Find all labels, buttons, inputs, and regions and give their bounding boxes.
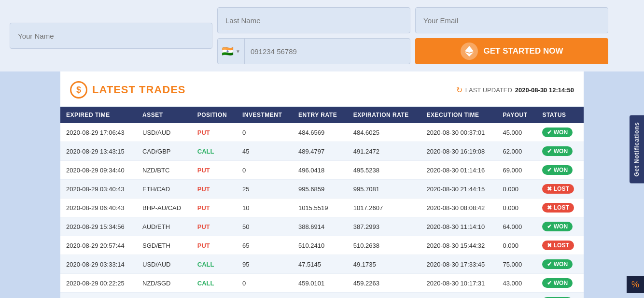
cell-position: PUT [192,161,237,180]
cta-label: GET STARTED NOW [484,46,563,56]
cell-investment: 95 [237,255,293,274]
cell-expiration-rate: 49.1735 [348,255,421,274]
lastname-input[interactable] [217,7,410,33]
cell-expired-time: 2020-08-29 03:33:14 [60,255,137,274]
table-row: 2020-08-29 13:43:15 CAD/GBP CALL 45 489.… [60,142,584,161]
cell-entry-rate: 459.0101 [293,274,348,293]
table-row: 2020-08-29 20:57:44 SGD/ETH PUT 65 510.2… [60,236,584,255]
cell-investment: 50 [237,217,293,236]
table-row: 2020-08-29 17:06:43 USD/AUD PUT 0 484.65… [60,123,584,142]
name-input[interactable] [10,23,212,49]
form-area: 🇮🇳 ▼ GET STARTED NOW [0,0,644,71]
cell-asset: USD/AUD [137,255,192,274]
cell-expired-time: 2020-08-29 03:40:43 [60,180,137,199]
cell-execution-time: 2020-08-30 01:14:16 [421,161,497,180]
cell-asset: NZD/SGD [137,274,192,293]
cell-expiration-rate: 484.6025 [348,123,421,142]
table-row: 2020-08-29 22:35:31 JPY/USD CALL 35 654.… [60,293,584,298]
trades-title: $ LATEST TRADES [70,81,185,99]
phone-input[interactable] [245,39,410,64]
cell-payout: 75.000 [497,255,537,274]
cell-status: ✔ WON [536,293,584,298]
flag-emoji: 🇮🇳 [222,45,234,57]
ethereum-icon [461,43,478,60]
dropdown-arrow: ▼ [236,49,240,54]
cell-execution-time: 2020-08-30 00:37:01 [421,123,497,142]
trades-header: $ LATEST TRADES ↻ LAST UPDATED 2020-08-3… [60,81,584,107]
cell-investment: 25 [237,180,293,199]
cell-status: ✖ LOST [536,180,584,199]
cell-status: ✖ LOST [536,199,584,217]
cell-execution-time: 2020-08-30 14:53:23 [421,293,497,298]
phone-flag[interactable]: 🇮🇳 ▼ [218,39,245,64]
cell-expiration-rate: 995.7081 [348,180,421,199]
bottom-percent-icon[interactable]: % [627,276,644,293]
table-row: 2020-08-29 00:22:25 NZD/SGD CALL 0 459.0… [60,274,584,293]
status-badge: ✔ WON [542,259,573,269]
cell-status: ✔ WON [536,274,584,293]
cell-entry-rate: 995.6859 [293,180,348,199]
cell-entry-rate: 496.0418 [293,161,348,180]
table-header-row: EXPIRED TIME ASSET POSITION INVESTMENT E… [60,107,584,123]
percent-symbol: % [631,280,639,290]
cell-asset: SGD/ETH [137,236,192,255]
cell-payout: 23.000 [497,293,537,298]
cell-asset: JPY/USD [137,293,192,298]
cell-position: CALL [192,142,237,161]
last-updated-value: 2020-08-30 12:14:50 [515,86,574,94]
refresh-icon[interactable]: ↻ [456,85,462,95]
col-payout: PAYOUT [497,107,537,123]
svg-marker-1 [465,52,474,57]
table-row: 2020-08-29 03:33:14 USD/AUD CALL 95 47.5… [60,255,584,274]
cell-expired-time: 2020-08-29 15:34:56 [60,217,137,236]
cell-payout: 0.000 [497,236,537,255]
table-row: 2020-08-29 09:34:40 NZD/BTC PUT 0 496.04… [60,161,584,180]
cell-expiration-rate: 387.2993 [348,217,421,236]
cell-entry-rate: 489.4797 [293,142,348,161]
cell-payout: 43.000 [497,274,537,293]
cell-position: PUT [192,217,237,236]
cell-expired-time: 2020-08-29 20:57:44 [60,236,137,255]
last-updated: ↻ LAST UPDATED 2020-08-30 12:14:50 [456,85,574,95]
status-badge: ✖ LOST [542,184,574,194]
cell-position: CALL [192,255,237,274]
main-content: $ LATEST TRADES ↻ LAST UPDATED 2020-08-3… [60,71,584,298]
get-started-button[interactable]: GET STARTED NOW [415,38,608,64]
cell-status: ✔ WON [536,123,584,142]
cell-asset: NZD/BTC [137,161,192,180]
cell-position: PUT [192,236,237,255]
col-expiration-rate: EXPIRATION RATE [348,107,421,123]
cell-expiration-rate: 510.2638 [348,236,421,255]
status-badge: ✖ LOST [542,241,574,250]
cell-expired-time: 2020-08-29 17:06:43 [60,123,137,142]
col-status: STATUS [536,107,584,123]
cell-investment: 65 [237,236,293,255]
trades-table: EXPIRED TIME ASSET POSITION INVESTMENT E… [60,107,584,298]
cell-asset: ETH/CAD [137,180,192,199]
cell-execution-time: 2020-08-30 11:14:10 [421,217,497,236]
phone-row: 🇮🇳 ▼ [217,38,410,64]
cell-payout: 69.000 [497,161,537,180]
cell-asset: USD/AUD [137,123,192,142]
cell-asset: AUD/ETH [137,217,192,236]
cell-execution-time: 2020-08-30 10:17:31 [421,274,497,293]
cell-investment: 0 [237,161,293,180]
cell-execution-time: 2020-08-30 08:08:42 [421,199,497,217]
cell-position: CALL [192,293,237,298]
svg-marker-0 [465,46,474,53]
email-input[interactable] [415,7,608,33]
cell-entry-rate: 654.1861 [293,293,348,298]
cell-execution-time: 2020-08-30 15:44:32 [421,236,497,255]
notifications-tab[interactable]: Get Notifications [630,115,644,183]
cell-entry-rate: 1015.5519 [293,199,348,217]
col-execution-time: EXECUTION TIME [421,107,497,123]
cell-expiration-rate: 491.2472 [348,142,421,161]
cell-entry-rate: 510.2410 [293,236,348,255]
cell-execution-time: 2020-08-30 17:33:45 [421,255,497,274]
cell-payout: 0.000 [497,199,537,217]
cell-status: ✔ WON [536,217,584,236]
cell-expiration-rate: 459.2263 [348,274,421,293]
section-title: LATEST TRADES [92,84,185,96]
cell-investment: 0 [237,274,293,293]
cell-investment: 45 [237,142,293,161]
